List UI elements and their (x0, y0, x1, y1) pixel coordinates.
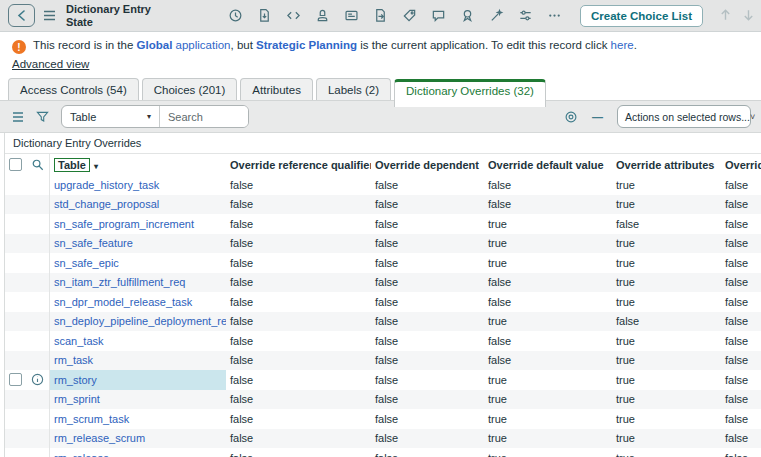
stamp-icon[interactable] (315, 8, 330, 23)
cell-default-value: true (484, 432, 612, 444)
tab-choices-201[interactable]: Choices (201) (142, 78, 238, 100)
column-header-attributes[interactable]: Override attributes (612, 159, 721, 171)
back-button[interactable] (8, 4, 35, 27)
cell-override-more: false (721, 374, 761, 386)
cell-attributes: true (612, 413, 721, 425)
cell-override-more: false (721, 354, 761, 366)
tab-labels-2[interactable]: Labels (2) (316, 78, 391, 100)
column-header-override-more[interactable]: Override (721, 159, 761, 171)
cell-attributes: true (612, 179, 721, 191)
cell-dependent: false (371, 335, 484, 347)
create-choice-list-button[interactable]: Create Choice List (580, 5, 703, 27)
cell-attributes: false (612, 218, 721, 230)
cell-override-more: false (721, 198, 761, 210)
table-name-link[interactable]: std_change_proposal (54, 198, 159, 210)
cell-dependent: false (371, 315, 484, 327)
tab-access-controls-54[interactable]: Access Controls (54) (8, 78, 139, 100)
cell-override-more: false (721, 237, 761, 249)
cell-dependent: false (371, 354, 484, 366)
tag-icon[interactable] (402, 8, 417, 23)
cell-attributes: true (612, 335, 721, 347)
column-header-table[interactable]: Table▾ (50, 158, 226, 172)
record-name: State (66, 16, 151, 29)
comment-icon[interactable] (431, 8, 446, 23)
previous-record-icon[interactable] (719, 8, 732, 24)
context-menu-icon[interactable] (43, 10, 56, 21)
cell-default-value: true (484, 413, 612, 425)
cell-attributes: true (612, 257, 721, 269)
search-row-icon[interactable] (31, 158, 44, 171)
next-record-icon[interactable] (742, 8, 755, 24)
chevron-down-icon: ▾ (147, 112, 151, 121)
list-header-row: Table▾ Override reference qualifier Over… (5, 154, 761, 175)
cell-default-value: true (484, 237, 612, 249)
row-gutter (5, 390, 50, 410)
cell-override-more: false (721, 218, 761, 230)
actions-select[interactable]: Actions on selected rows... ˅ (617, 105, 751, 128)
info-icon[interactable] (31, 373, 44, 386)
table-name-link[interactable]: rm_release (54, 452, 109, 457)
import-doc-icon[interactable] (257, 8, 272, 23)
table-name-link[interactable]: rm_sprint (54, 393, 100, 405)
table-name-link[interactable]: rm_scrum_task (54, 413, 129, 425)
cell-dependent: false (371, 296, 484, 308)
list-title: Dictionary Entry Overrides (5, 133, 761, 154)
here-link[interactable]: here (611, 39, 634, 51)
table-row: sn_safe_epic false false true true false (5, 253, 761, 273)
table-name-link[interactable]: sn_itam_ztr_fulfillment_req (54, 276, 185, 288)
select-all-checkbox[interactable] (9, 158, 22, 171)
advanced-view-link[interactable]: Advanced view (12, 58, 89, 70)
personalize-list-icon[interactable] (564, 110, 578, 124)
table-name-link[interactable]: sn_deploy_pipeline_deployment_request (54, 315, 226, 327)
cell-ref-qualifier: false (226, 276, 371, 288)
search-combo: Table ▾ (61, 105, 249, 128)
collapse-list-icon[interactable]: — (592, 111, 603, 123)
row-gutter (5, 195, 50, 215)
filter-icon[interactable] (36, 110, 49, 123)
more-icon[interactable] (547, 8, 562, 23)
table-name-link[interactable]: sn_safe_epic (54, 257, 119, 269)
table-row: rm_task false false false true false (5, 351, 761, 371)
code-icon[interactable] (286, 8, 301, 23)
history-icon[interactable] (228, 8, 243, 23)
record-type: Dictionary Entry (66, 3, 151, 16)
form-icon[interactable] (344, 8, 359, 23)
table-name-link[interactable]: upgrade_history_task (54, 179, 159, 191)
cell-default-value: true (484, 452, 612, 457)
sliders-icon[interactable] (518, 8, 533, 23)
chevron-down-icon: ˅ (750, 112, 755, 122)
row-gutter (5, 409, 50, 429)
wand-icon[interactable] (489, 8, 504, 23)
cell-ref-qualifier: false (226, 374, 371, 386)
tab-dictionary-overrides-32[interactable]: Dictionary Overrides (32) (394, 79, 546, 107)
row-checkbox[interactable] (9, 373, 22, 386)
table-name-link[interactable]: sn_safe_program_increment (54, 218, 194, 230)
table-name-link[interactable]: scan_task (54, 335, 104, 347)
cell-default-value: false (484, 354, 612, 366)
tab-attributes[interactable]: Attributes (240, 78, 313, 100)
application-link[interactable]: application (176, 39, 231, 51)
column-header-dependent[interactable]: Override dependent (371, 159, 484, 171)
list-search-input[interactable] (160, 106, 248, 127)
table-name-link[interactable]: rm_release_scrum (54, 432, 145, 444)
cell-attributes: true (612, 374, 721, 386)
cell-ref-qualifier: false (226, 257, 371, 269)
award-icon[interactable] (460, 8, 475, 23)
row-gutter (5, 429, 50, 449)
strategic-planning-link[interactable]: Strategic Planning (256, 39, 357, 51)
column-header-default-value[interactable]: Override default value (484, 159, 612, 171)
table-name-link[interactable]: sn_safe_feature (54, 237, 133, 249)
table-name-link[interactable]: rm_story (54, 374, 97, 386)
search-field-select[interactable]: Table ▾ (62, 106, 160, 127)
global-scope-link[interactable]: Global (137, 39, 173, 51)
table-name-link[interactable]: sn_dpr_model_release_task (54, 296, 192, 308)
cell-default-value: true (484, 218, 612, 230)
table-name-link[interactable]: rm_task (54, 354, 93, 366)
list-menu-icon[interactable] (12, 112, 24, 122)
cell-default-value: false (484, 296, 612, 308)
column-header-ref-qualifier[interactable]: Override reference qualifier (226, 159, 371, 171)
export-doc-icon[interactable] (373, 8, 388, 23)
cell-default-value: false (484, 179, 612, 191)
table-row: sn_safe_feature false false true true fa… (5, 234, 761, 254)
table-row: rm_story false false true true false (5, 370, 761, 390)
